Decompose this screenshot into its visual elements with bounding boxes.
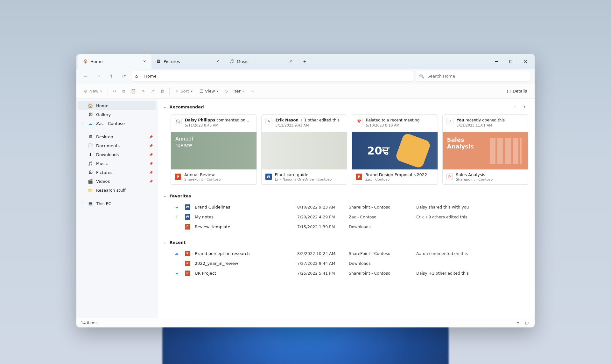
card-title: Annual Review xyxy=(184,172,221,177)
ppt-icon: P xyxy=(185,251,190,256)
forward-button[interactable]: → xyxy=(94,71,104,81)
copy-button[interactable]: ⧉ xyxy=(120,86,128,96)
recommended-card[interactable]: 📅 Related to a recent meeting 5/10/2023 … xyxy=(352,114,438,185)
plus-circle-icon: ⊕ xyxy=(84,89,88,93)
view-button[interactable]: ☰ View ▾ xyxy=(196,86,221,96)
more-button[interactable]: ⋯ xyxy=(248,86,257,96)
minimize-button[interactable] xyxy=(489,54,503,69)
reco-prev-button[interactable]: ‹ xyxy=(511,103,519,111)
close-icon[interactable]: ✕ xyxy=(142,59,147,64)
file-row[interactable]: P 2022_year_in_review 7/27/2022 8:44 AM … xyxy=(171,258,528,268)
cloud-icon: ☁ xyxy=(175,271,179,275)
file-detail: Erik +9 others edited this xyxy=(416,215,526,219)
sidebar-item-gallery[interactable]: 🖼 Gallery xyxy=(78,110,156,119)
chevron-right-icon[interactable]: › xyxy=(81,202,83,205)
sidebar-item-desktop[interactable]: 🖥 Desktop📌 xyxy=(78,132,156,141)
breadcrumb-bar[interactable]: ⌂ › Home xyxy=(132,71,413,82)
tab-home[interactable]: 🏠 Home ✕ xyxy=(78,54,151,69)
sidebar-item-label: Desktop xyxy=(96,134,113,139)
back-button[interactable]: ← xyxy=(81,71,91,81)
file-row[interactable]: ✓ W My notes 7/20/2022 4:29 PM Zac - Con… xyxy=(171,212,528,222)
sidebar-item-home[interactable]: 🏠 Home xyxy=(78,101,156,110)
sidebar-item-this-pc[interactable]: › 💻 This PC xyxy=(78,199,156,208)
section-recent[interactable]: ⌄ Recent xyxy=(164,240,528,245)
cut-button[interactable]: ✂ xyxy=(110,86,119,96)
section-favorites[interactable]: ⌄ Favorites xyxy=(164,194,528,198)
new-tab-button[interactable]: ＋ xyxy=(300,57,309,66)
refresh-button[interactable]: ⟳ xyxy=(119,71,129,81)
search-box[interactable]: 🔍 xyxy=(416,71,530,82)
sort-button[interactable]: ↕ Sort ▾ xyxy=(172,86,196,96)
close-icon[interactable]: ✕ xyxy=(215,59,220,64)
chevron-right-icon[interactable]: › xyxy=(81,122,83,125)
card-thumbnail xyxy=(171,132,256,169)
sidebar-item-music[interactable]: 🎵 Music📌 xyxy=(78,159,156,168)
chevron-down-icon: ▾ xyxy=(242,90,244,93)
view-icons-button[interactable]: ▢ xyxy=(524,320,530,326)
statusbar: 14 items ≡ ▢ xyxy=(76,318,535,327)
up-button[interactable]: ↑ xyxy=(106,71,116,81)
pin-icon: 📌 xyxy=(149,153,153,156)
file-row[interactable]: ☁ P Brand perception research 8/2/2022 1… xyxy=(171,249,528,258)
activity-icon: ↗ xyxy=(446,118,453,125)
details-button[interactable]: ▢ Details xyxy=(504,86,530,96)
sidebar-item-research-stuff[interactable]: 📁 Research stuff xyxy=(78,186,156,195)
tab-label: Music xyxy=(237,59,249,64)
activity-time: 5/11/2023 8:45 AM xyxy=(185,123,249,128)
recommended-card[interactable]: ↗ You recently opened this 5/11/2023 11:… xyxy=(442,114,529,185)
close-icon[interactable]: ✕ xyxy=(288,59,293,64)
ppt-icon: P xyxy=(185,261,190,266)
close-button[interactable] xyxy=(518,54,533,69)
breadcrumb-current: Home xyxy=(144,74,156,79)
sidebar-item-label: Research stuff xyxy=(96,188,126,193)
section-recommended[interactable]: ⌄ Recommended ‹ › xyxy=(164,103,528,111)
card-thumbnail xyxy=(352,132,438,169)
activity-text: Related to a recent meeting xyxy=(366,118,419,123)
tab-label: Home xyxy=(90,59,102,64)
sidebar-item-onedrive[interactable]: › ☁ Zac - Contoso xyxy=(78,119,156,128)
paste-button[interactable]: 📋 xyxy=(128,86,138,96)
folder-icon: 📁 xyxy=(88,188,93,193)
share-button[interactable]: ↗ xyxy=(148,86,157,96)
rename-button[interactable]: ✎ xyxy=(139,86,148,96)
view-details-button[interactable]: ≡ xyxy=(515,320,521,326)
sort-icon: ↕ xyxy=(175,89,179,93)
card-title: Brand Design Proposal_v2022 xyxy=(365,172,427,177)
sidebar-item-videos[interactable]: 🎬 Videos📌 xyxy=(78,177,156,186)
folder-icon: 🖼 xyxy=(88,170,93,175)
ppt-icon: P xyxy=(185,271,190,276)
status-text: 14 items xyxy=(81,321,97,325)
activity-icon: 💬 xyxy=(175,118,182,125)
music-icon: 🎵 xyxy=(229,59,234,64)
file-row[interactable]: ☁ P UR Project 7/25/2022 5:41 PM SharePo… xyxy=(171,268,528,278)
filter-button[interactable]: ▽ Filter ▾ xyxy=(222,86,247,96)
sidebar-item-label: Pictures xyxy=(96,170,112,175)
recommended-card[interactable]: 💬 Daisy Philipps commented on… 5/11/2023… xyxy=(171,114,257,185)
reco-next-button[interactable]: › xyxy=(521,103,528,111)
sidebar-item-pictures[interactable]: 🖼 Pictures📌 xyxy=(78,168,156,177)
tab-music[interactable]: 🎵 Music ✕ xyxy=(225,54,298,69)
file-location: Downloads xyxy=(349,261,412,266)
file-date: 8/2/2022 10:24 AM xyxy=(297,251,345,256)
sidebar-item-documents[interactable]: 📄 Documents📌 xyxy=(78,141,156,150)
details-icon: ▢ xyxy=(507,89,511,93)
card-subtitle: Zac - Contoso xyxy=(365,177,427,182)
sidebar-item-label: Videos xyxy=(96,179,110,184)
file-name: Brand perception research xyxy=(195,251,293,256)
new-button[interactable]: ⊕ New ▾ xyxy=(81,86,105,96)
delete-button[interactable]: 🗑 xyxy=(158,86,167,96)
sidebar-item-downloads[interactable]: ⬇ Downloads📌 xyxy=(78,150,156,159)
file-location: SharePoint - Contoso xyxy=(349,271,412,276)
folder-icon: 🖥 xyxy=(88,134,93,139)
ppt-icon: P xyxy=(356,174,362,180)
filter-icon: ▽ xyxy=(225,89,228,93)
file-row[interactable]: ☁ W Brand Guidelines 8/10/2022 9:23 AM S… xyxy=(171,202,528,212)
search-input[interactable] xyxy=(427,74,527,79)
file-row[interactable]: P Review_template 7/15/2022 1:39 PM Down… xyxy=(171,222,528,232)
file-location: SharePoint - Contoso xyxy=(349,251,412,256)
tab-pictures[interactable]: 🖼 Pictures ✕ xyxy=(151,54,225,69)
maximize-button[interactable] xyxy=(503,54,518,69)
pin-icon: 📌 xyxy=(149,171,153,174)
recommended-card[interactable]: ✎ Erik Nason + 1 other edited this 5/11/… xyxy=(261,114,348,185)
file-location: Downloads xyxy=(349,224,412,229)
